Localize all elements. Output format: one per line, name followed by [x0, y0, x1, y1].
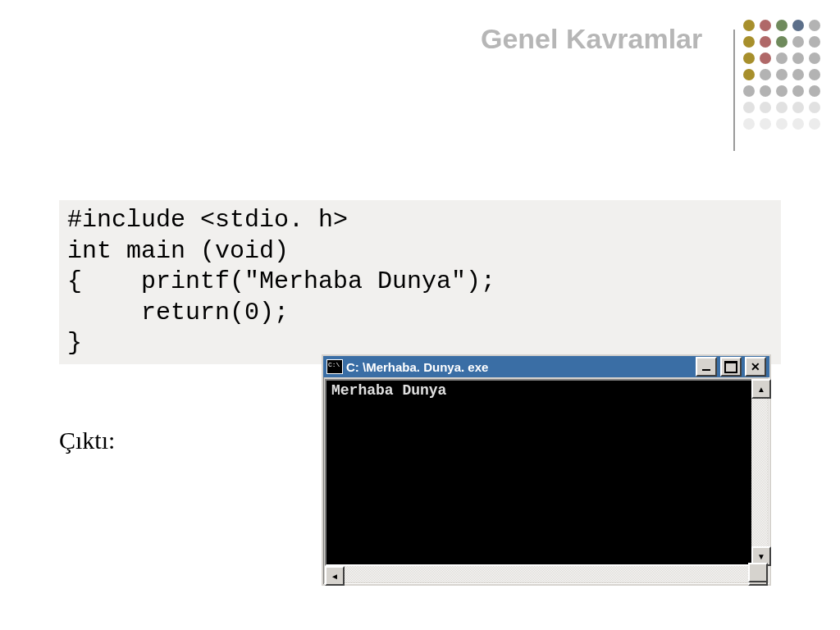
- decor-dot: [809, 69, 820, 80]
- decor-dot: [760, 20, 771, 31]
- console-titlebar[interactable]: C: \Merhaba. Dunya. exe ✕: [323, 356, 769, 377]
- maximize-icon: [724, 361, 737, 373]
- code-line: { printf("Merhaba Dunya");: [67, 267, 495, 295]
- console-window: C: \Merhaba. Dunya. exe ✕ Merhaba Dunya …: [322, 354, 771, 586]
- code-line: int main (void): [67, 237, 289, 265]
- close-icon: ✕: [751, 362, 760, 372]
- decor-dot: [792, 52, 804, 64]
- scroll-track[interactable]: [345, 566, 748, 582]
- close-button[interactable]: ✕: [745, 357, 766, 377]
- decor-dot: [760, 85, 771, 97]
- decor-dot: [809, 102, 820, 113]
- decor-dot: [776, 52, 788, 64]
- scroll-track[interactable]: [751, 399, 768, 546]
- decor-dot: [776, 69, 788, 80]
- console-output-text: Merhaba Dunya: [326, 381, 766, 400]
- decor-dot: [809, 85, 820, 97]
- code-block: #include <stdio. h> int main (void) { pr…: [59, 200, 781, 364]
- decor-dot: [760, 69, 771, 80]
- decor-dot: [760, 118, 771, 130]
- decor-dot: [760, 52, 771, 64]
- horizontal-scrollbar[interactable]: ◄ ►: [325, 566, 768, 582]
- decor-dot: [743, 52, 755, 64]
- decor-dot-grid: [743, 20, 824, 133]
- decor-dot: [743, 36, 755, 48]
- resize-grip[interactable]: [748, 563, 768, 582]
- scroll-up-button[interactable]: ▲: [751, 379, 771, 399]
- decor-dot: [792, 20, 804, 31]
- decor-dot: [743, 20, 755, 31]
- decor-dot: [792, 85, 804, 97]
- console-body[interactable]: Merhaba Dunya: [325, 379, 768, 566]
- decor-dot: [760, 102, 771, 113]
- decor-dot: [809, 118, 820, 130]
- console-title: C: \Merhaba. Dunya. exe: [346, 360, 692, 374]
- code-line: #include <stdio. h>: [67, 206, 348, 234]
- output-label: Çıktı:: [59, 427, 115, 454]
- decor-dot: [792, 118, 804, 130]
- vertical-scrollbar[interactable]: ▲ ▼: [751, 379, 768, 566]
- slide-title: Genel Kavramlar: [481, 23, 702, 55]
- decor-dot: [776, 20, 788, 31]
- decor-dot: [776, 85, 788, 97]
- scroll-left-button[interactable]: ◄: [325, 566, 345, 586]
- decor-dot: [792, 102, 804, 113]
- decor-dot: [743, 118, 755, 130]
- decor-dot: [776, 118, 788, 130]
- decor-dot: [760, 36, 771, 48]
- minimize-button[interactable]: [696, 357, 717, 377]
- decor-dot: [743, 69, 755, 80]
- decor-dot: [776, 36, 788, 48]
- decor-dot: [809, 52, 820, 64]
- minimize-icon: [702, 369, 710, 371]
- code-line: }: [67, 329, 82, 357]
- decor-dot: [743, 102, 755, 113]
- cmd-icon: [326, 359, 343, 374]
- decor-dot: [809, 36, 820, 48]
- maximize-button[interactable]: [720, 357, 742, 377]
- decor-dot: [776, 102, 788, 113]
- decor-dot: [792, 69, 804, 80]
- decor-dot: [743, 85, 755, 97]
- decor-dot: [809, 20, 820, 31]
- decor-dot: [792, 36, 804, 48]
- decor-vertical-line: [733, 30, 735, 151]
- code-line: return(0);: [67, 299, 289, 326]
